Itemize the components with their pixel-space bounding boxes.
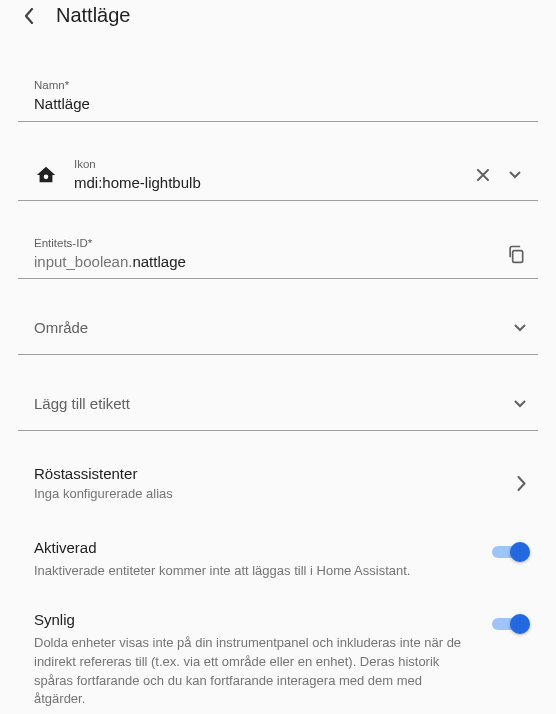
entity-id-label: Entitets-ID* [34, 237, 506, 249]
name-field[interactable]: Namn* [18, 73, 538, 122]
icon-label: Ikon [74, 158, 456, 170]
chevron-down-icon [514, 324, 526, 332]
copy-icon[interactable] [506, 244, 526, 264]
visible-title: Synlig [34, 611, 472, 628]
svg-rect-1 [513, 250, 523, 262]
add-label-label: Lägg till etikett [34, 395, 130, 412]
area-dropdown[interactable]: Område [18, 301, 538, 355]
enabled-toggle[interactable] [492, 543, 526, 561]
svg-point-0 [44, 175, 49, 180]
clear-icon[interactable] [472, 164, 494, 186]
name-label: Namn* [34, 79, 526, 91]
voice-subtitle: Inga konfigurerade alias [34, 486, 517, 501]
enabled-desc: Inaktiverade entiteter kommer inte att l… [34, 562, 472, 581]
name-input[interactable] [34, 95, 526, 112]
home-lightbulb-icon [34, 163, 58, 187]
voice-assistants-row[interactable]: Röstassistenter Inga konfigurerade alias [18, 457, 538, 509]
visible-toggle[interactable] [492, 615, 526, 633]
chevron-right-icon [517, 476, 526, 491]
enabled-section: Aktiverad Inaktiverade entiteter kommer … [18, 539, 538, 581]
chevron-down-icon [514, 400, 526, 408]
icon-input[interactable] [74, 174, 456, 191]
dialog-header: Nattläge [0, 0, 556, 37]
entity-id-value[interactable]: input_boolean.nattlage [34, 253, 506, 270]
area-label: Område [34, 319, 88, 336]
voice-title: Röstassistenter [34, 465, 517, 482]
page-title: Nattläge [56, 4, 131, 27]
enabled-title: Aktiverad [34, 539, 472, 556]
back-icon[interactable] [22, 9, 36, 23]
dropdown-icon[interactable] [504, 164, 526, 186]
visible-section: Synlig Dolda enheter visas inte på din i… [18, 611, 538, 709]
icon-field[interactable]: Ikon [18, 152, 538, 201]
entity-id-suffix: nattlage [132, 253, 185, 270]
add-label-dropdown[interactable]: Lägg till etikett [18, 377, 538, 431]
entity-id-field[interactable]: Entitets-ID* input_boolean.nattlage [18, 231, 538, 279]
visible-desc: Dolda enheter visas inte på din instrume… [34, 634, 472, 709]
entity-id-prefix: input_boolean. [34, 253, 132, 270]
